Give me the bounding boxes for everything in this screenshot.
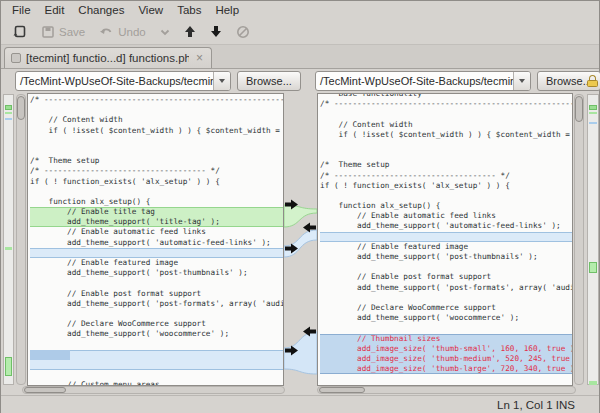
push-change-left-button[interactable] [302,222,316,233]
code-line [30,278,283,288]
code-line [30,105,283,115]
right-vertical-scrollbar[interactable] [574,94,584,385]
menu-edit[interactable]: Edit [38,2,72,18]
code-line: // Enable post format support [320,272,572,282]
code-line: /* Theme setup [320,160,572,170]
code-line: add_image_size( 'thumb-small', 160, 160,… [320,344,572,354]
code-line [30,187,283,197]
left-browse-button[interactable]: Browse... [237,71,301,91]
diff-map-mark [589,112,597,114]
push-change-right-button[interactable] [285,243,299,254]
code-line: // Enable title tag [30,207,283,217]
code-line: // Declare WooCommerce support [320,303,572,313]
left-file-path: /TecMint-WpUseOf-Site-Backups/tecmint [16,72,213,90]
left-vertical-scrollbar-thumb[interactable] [17,96,25,120]
code-line: function alx_setup() { [30,197,283,207]
code-line: /* -------------------------------------… [320,99,572,109]
new-comparison-icon [12,24,27,39]
meld-window: File Edit Changes View Tabs Help Save Un… [0,0,600,413]
tab-title: [tecmint] functio...d] functions.php [26,52,189,64]
left-vertical-scrollbar[interactable] [16,94,26,385]
undo-icon [99,25,114,38]
left-diff-map[interactable] [3,94,14,385]
right-file-selector[interactable]: /TecMint-WpUseOf-Site-Backups/tecmint [315,71,531,91]
code-line: // Content width [320,120,572,130]
left-file-selector[interactable]: /TecMint-WpUseOf-Site-Backups/tecmint [15,71,231,91]
menu-help[interactable]: Help [208,2,246,18]
right-horizontal-scrollbar-thumb[interactable] [319,387,365,393]
code-line [320,109,572,119]
diff-area: /* -------------------------------------… [1,93,599,386]
right-file-path: /TecMint-WpUseOf-Site-Backups/tecmint [316,72,513,90]
code-line [30,146,283,156]
diff-map-mark [589,105,597,110]
code-line: /* -------------------------------------… [30,95,283,105]
right-code-pane[interactable]: * Base functionality/* -----------------… [317,93,573,386]
save-label: Save [59,26,85,38]
cursor-position: Ln 1, Col 1 INS [497,399,575,411]
tab-close-icon[interactable]: × [194,51,205,65]
status-bar: Ln 1, Col 1 INS [1,395,599,413]
code-line: add_theme_support( 'woocommerce' ); [30,329,283,339]
file-comparison-icon [11,53,21,63]
code-line: // Content width [30,115,283,125]
tab-bar: [tecmint] functio...d] functions.php × [1,45,599,69]
push-change-left-button[interactable] [302,326,316,337]
code-line: add_theme_support( 'automatic-feed-links… [320,221,572,231]
left-horizontal-scrollbar[interactable] [22,386,285,394]
code-line: function alx_setup() { [320,201,572,211]
arrow-up-icon [184,25,196,38]
code-line [30,136,283,146]
code-line [320,191,572,201]
push-change-right-button[interactable] [285,199,299,210]
code-line: /* ----------------------------------- *… [30,166,283,176]
right-code-lines: * Base functionality/* -----------------… [320,93,572,386]
tab-functions-php[interactable]: [tecmint] functio...d] functions.php × [4,47,212,68]
code-line [320,232,572,242]
push-change-right-button[interactable] [285,345,299,356]
diff-link-gutter [284,93,317,386]
new-comparison-button[interactable] [7,22,32,41]
code-line [320,140,572,150]
code-line: if ( ! function_exists( 'alx_setup' ) ) … [30,177,283,187]
code-line: // Enable featured image [30,258,283,268]
left-file-dropdown-icon[interactable] [213,72,230,90]
code-line: add_theme_support( 'woocommerce' ); [320,313,572,323]
code-line [320,323,572,333]
diff-map-mark [589,122,597,124]
menu-view[interactable]: View [131,2,170,18]
diff-map-mark [589,381,597,385]
code-line: add_theme_support( 'post-thumbnails' ); [320,252,572,262]
code-line: // Enable featured image [320,242,572,252]
code-line: // Declare WooCommerce support [30,319,283,329]
previous-change-button[interactable] [179,23,201,40]
stop-button[interactable] [231,23,255,41]
left-horizontal-scrollbar-thumb[interactable] [24,387,66,393]
save-icon [41,25,55,39]
menu-changes[interactable]: Changes [71,2,131,18]
diff-map-mark [5,247,12,250]
right-vertical-scrollbar-thumb[interactable] [575,96,583,122]
menu-tabs[interactable]: Tabs [170,2,208,18]
code-line: add_theme_support( 'post-thumbnails' ); [30,268,283,278]
left-code-lines: /* -------------------------------------… [30,95,283,386]
diff-map-mark [5,357,12,376]
code-line [30,360,283,370]
right-horizontal-scrollbar[interactable] [317,386,576,394]
right-diff-map[interactable] [587,94,599,385]
save-button[interactable]: Save [36,23,90,41]
file-selector-row: /TecMint-WpUseOf-Site-Backups/tecmint Br… [1,69,599,93]
code-line: if ( ! function_exists( 'alx_setup' ) ) … [320,181,572,191]
code-line [30,248,283,258]
code-line: add_theme_support( 'automatic-feed-links… [30,238,283,248]
menu-file[interactable]: File [5,2,38,18]
code-line: add_theme_support( 'post-formats', array… [320,283,572,293]
toolbar: Save Undo [1,19,599,45]
right-file-dropdown-icon[interactable] [513,72,530,90]
undo-button[interactable]: Undo [94,23,151,40]
left-code-pane[interactable]: /* -------------------------------------… [27,93,284,386]
next-change-button[interactable] [205,23,227,40]
code-line [320,293,572,303]
lock-icon [587,75,598,87]
undo-menu-button[interactable] [155,26,175,38]
